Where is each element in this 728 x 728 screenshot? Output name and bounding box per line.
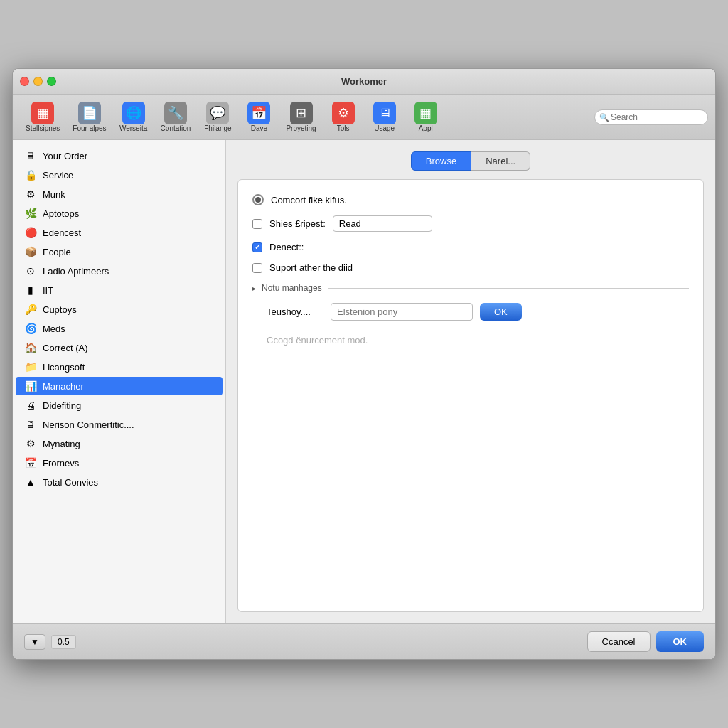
sidebar-item-total-convies[interactable]: ▲ Total Convies [16, 473, 223, 491]
sidebar: 🖥 Your Order 🔒 Service ⚙ Munk 🌿 Aptotops… [13, 140, 226, 623]
toolbar-item-usage[interactable]: 🖥 Usage [365, 99, 405, 135]
toolbar-label-appl: Appl [419, 124, 433, 132]
section-title: Notu manhages [262, 283, 322, 293]
sidebar-label-iit: IIT [43, 285, 53, 296]
sidebar-label-your-order: Your Order [43, 151, 87, 161]
footer-arrow-button[interactable]: ▼ [24, 634, 46, 650]
toolbar-icon-dave: 📅 [247, 102, 270, 124]
sidebar-icon-munk: ⚙ [24, 188, 37, 200]
sidebar-item-service[interactable]: 🔒 Service [16, 166, 223, 184]
toolbar-icon-werseita: 🌐 [122, 102, 145, 124]
teushoy-input[interactable] [331, 303, 473, 321]
denect-label: Denect:: [269, 242, 304, 252]
sidebar-icon-your-order: 🖥 [24, 149, 37, 162]
section-divider: ▸ Notu manhages [252, 283, 689, 293]
shies-dropdown[interactable]: Read Write Read/Write [333, 215, 432, 232]
toolbar-icon-four-alpes: 📄 [78, 102, 101, 124]
toolbar-item-four-alpes[interactable]: 📄 Four alpes [67, 99, 112, 135]
sidebar-label-total-convies: Total Convies [43, 477, 98, 488]
suport-row: Suport ather the diid [252, 262, 689, 273]
toolbar-icon-stellsipnes: ▦ [31, 102, 54, 124]
sidebar-icon-aptotops: 🌿 [24, 207, 37, 220]
radio-option-row: Comcort fike kifus. [252, 194, 689, 205]
toolbar-item-fhilange[interactable]: 💬 Fhilange [198, 99, 237, 135]
toolbar-icon-appl: ▦ [414, 102, 437, 124]
checkbox-suport[interactable] [252, 263, 262, 273]
sidebar-label-licangsoft: Licangsoft [43, 362, 85, 373]
tab-narel[interactable]: Narel... [471, 151, 530, 171]
footer-left: ▼ 0.5 [24, 634, 76, 650]
sidebar-item-correct[interactable]: 🏠 Correct (A) [16, 338, 223, 357]
search-input[interactable] [594, 109, 708, 125]
inline-ok-button[interactable]: OK [480, 303, 522, 321]
sidebar-item-didefiting[interactable]: 🖨 Didefiting [16, 396, 223, 414]
placeholder-content: Ccogd ënurcement mod. [252, 328, 689, 353]
footer: ▼ 0.5 Ccancel OK [13, 623, 715, 659]
sidebar-icon-nerison-conmertitic: 🖥 [24, 418, 37, 431]
denect-row: Denect:: [252, 242, 689, 252]
sidebar-icon-frornevs: 📅 [24, 456, 37, 469]
checkbox-denect[interactable] [252, 242, 262, 252]
sidebar-icon-cuptoys: 🔑 [24, 303, 37, 316]
sidebar-icon-mynating: ⚙ [24, 437, 37, 450]
toolbar-label-werseita: Werseita [119, 124, 147, 132]
toolbar-items: ▦ Stellsipnes 📄 Four alpes 🌐 Werseita 🔧 … [20, 99, 446, 135]
toolbar-icon-tols: ⚙ [332, 102, 355, 124]
toolbar-item-werseita[interactable]: 🌐 Werseita [114, 99, 154, 135]
sidebar-item-aptotops[interactable]: 🌿 Aptotops [16, 204, 223, 223]
toolbar-item-proyeting[interactable]: ⊞ Proyeting [280, 99, 321, 135]
sidebar-label-didefiting: Didefiting [43, 400, 81, 411]
sidebar-item-meds[interactable]: 🌀 Meds [16, 319, 223, 338]
sidebar-label-frornevs: Frornevs [43, 458, 79, 469]
sidebar-item-your-order[interactable]: 🖥 Your Order [16, 146, 223, 165]
search-wrap: 🔍 [594, 109, 708, 125]
close-button[interactable] [20, 77, 29, 86]
sidebar-icon-iit: ▮ [24, 284, 37, 296]
input-label: Teushoy.... [267, 306, 323, 317]
toolbar-label-dave: Dave [251, 124, 267, 132]
shies-select-wrap: Read Write Read/Write [333, 215, 432, 232]
ok-button[interactable]: OK [656, 631, 705, 652]
suport-label: Suport ather the diid [269, 262, 353, 273]
toolbar: ▦ Stellsipnes 📄 Four alpes 🌐 Werseita 🔧 … [13, 95, 715, 140]
sidebar-label-aptotops: Aptotops [43, 208, 79, 219]
sidebar-icon-correct: 🏠 [24, 341, 37, 354]
toolbar-item-appl[interactable]: ▦ Appl [406, 99, 446, 135]
toolbar-icon-fhilange: 💬 [206, 102, 229, 124]
radio-comcort[interactable] [252, 194, 264, 205]
sidebar-label-munk: Munk [43, 189, 65, 200]
sidebar-item-manacher[interactable]: 📊 Manacher [16, 377, 223, 395]
sidebar-icon-meds: 🌀 [24, 322, 37, 335]
sidebar-item-mynating[interactable]: ⚙ Mynating [16, 434, 223, 453]
toolbar-item-dave[interactable]: 📅 Dave [239, 99, 279, 135]
sidebar-item-nerison-conmertitic[interactable]: 🖥 Nerison Conmertitic.... [16, 415, 223, 434]
sidebar-label-meds: Meds [43, 323, 65, 334]
sidebar-icon-ecople: 📦 [24, 245, 37, 258]
sidebar-item-munk[interactable]: ⚙ Munk [16, 185, 223, 203]
sidebar-item-ecople[interactable]: 📦 Ecople [16, 242, 223, 261]
toolbar-item-contation[interactable]: 🔧 Contation [155, 99, 197, 135]
sidebar-item-cuptoys[interactable]: 🔑 Cuptoys [16, 300, 223, 318]
sidebar-label-ecople: Ecople [43, 247, 71, 257]
toolbar-item-stellsipnes[interactable]: ▦ Stellsipnes [20, 99, 65, 135]
cancel-button[interactable]: Ccancel [587, 631, 651, 652]
checkbox-shies[interactable] [252, 219, 262, 229]
sidebar-icon-service: 🔒 [24, 168, 37, 181]
sidebar-item-ladio-aptimeers[interactable]: ⊙ Ladio Aptimeers [16, 262, 223, 280]
toolbar-icon-proyeting: ⊞ [290, 102, 313, 124]
sidebar-item-iit[interactable]: ▮ IIT [16, 281, 223, 299]
toolbar-label-tols: Tols [337, 124, 350, 132]
tab-browse[interactable]: Browse [411, 151, 471, 171]
sidebar-item-edencest[interactable]: 🔴 Edencest [16, 223, 223, 242]
maximize-button[interactable] [47, 77, 56, 86]
toolbar-item-tols[interactable]: ⚙ Tols [323, 99, 363, 135]
toolbar-label-stellsipnes: Stellsipnes [26, 124, 60, 132]
section-arrow: ▸ [252, 284, 256, 292]
sidebar-item-frornevs[interactable]: 📅 Frornevs [16, 454, 223, 472]
sidebar-label-nerison-conmertitic: Nerison Conmertitic.... [43, 419, 134, 430]
minimize-button[interactable] [33, 77, 43, 86]
sidebar-label-cuptoys: Cuptoys [43, 304, 77, 315]
sidebar-label-service: Service [43, 170, 73, 181]
detail-pane: Browse Narel... Comcort fike kifus. Shie… [226, 140, 715, 623]
sidebar-item-licangsoft[interactable]: 📁 Licangsoft [16, 358, 223, 376]
